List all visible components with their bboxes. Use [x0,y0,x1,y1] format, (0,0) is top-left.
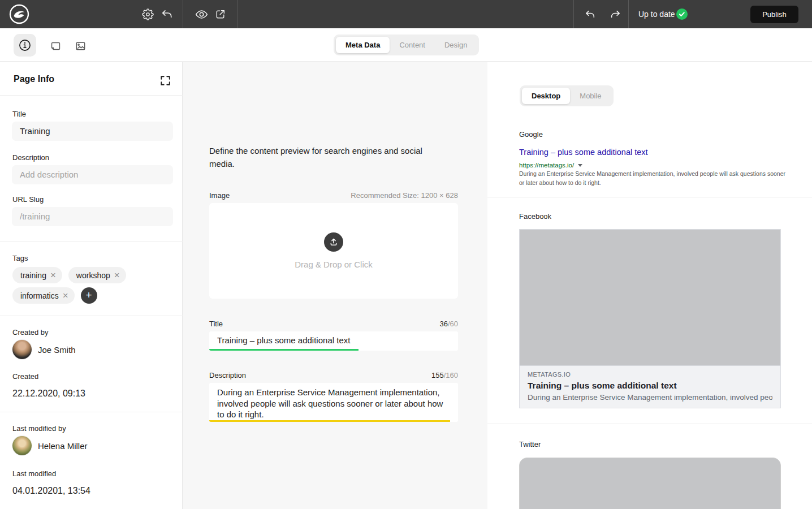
divider [0,412,183,412]
page-info-sidebar: Page Info Title Training Description Add… [0,62,183,509]
meta-title-value: Training – plus some additional text [217,335,350,345]
divider [183,0,183,28]
avatar [12,436,32,455]
caret-down-icon[interactable] [578,164,582,167]
meta-data-editor: Define the content preview for search en… [183,62,487,509]
created-by-person: Joe Smith [12,340,76,359]
main-area: Page Info Title Training Description Add… [0,62,812,509]
tag-training[interactable]: training × [12,267,62,283]
divider [237,0,237,28]
last-modified-by-person: Helena Miller [12,436,88,455]
facebook-card-footer: METATAGS.IO Training – plus some additio… [520,365,780,408]
divider [0,241,183,241]
meta-description-value: During an Enterprise Service Management … [217,387,443,419]
editor-intro-text: Define the content preview for search en… [209,144,437,171]
page-image-icon[interactable] [74,39,87,53]
publish-button[interactable]: Publish [750,6,798,23]
publish-status-text: Up to date [638,0,675,28]
last-modified-by-label: Last modified by [12,424,66,433]
add-tag-button[interactable]: + [81,287,97,304]
remove-tag-icon[interactable]: × [50,270,56,280]
meta-title-counter: 36/60 [439,320,458,328]
description-field-input[interactable]: Add description [12,165,173,184]
avatar [12,340,32,359]
facebook-section-label: Facebook [519,212,551,221]
remove-tag-icon[interactable]: × [63,291,68,300]
divider [487,197,812,197]
tab-design[interactable]: Design [435,37,477,53]
description-length-bar [209,420,450,422]
facebook-image-placeholder [520,230,780,365]
twitter-preview-card [519,458,781,509]
top-bar: Up to date Publish [0,0,812,28]
device-tab-bar: Desktop Mobile [520,85,614,106]
page-info-icon[interactable] [14,34,36,57]
created-date: 22.12.2020, 09:13 [12,389,85,399]
last-modified-by-name: Helena Miller [38,441,88,451]
tag-label: informatics [20,291,59,300]
upload-icon [324,232,343,252]
created-by-name: Joe Smith [38,345,76,355]
undo-icon[interactable] [583,7,598,21]
tag-label: workshop [76,271,110,280]
last-modified-date: 04.01.20201, 13:54 [12,486,90,496]
remove-tag-icon[interactable]: × [114,270,120,280]
meta-description-counter: 155/160 [431,371,458,379]
google-result-title[interactable]: Training – plus some additional text [519,148,648,157]
divider [0,316,183,316]
editor-toolbar: Meta Data Content Design [0,28,812,62]
fullscreen-icon[interactable] [161,75,171,85]
meta-description-label: Description [209,371,246,379]
meta-title-label: Title [209,320,223,328]
tag-informatics[interactable]: informatics × [12,287,75,304]
meta-description-input[interactable]: During an Enterprise Service Management … [209,383,458,422]
google-section-label: Google [519,130,543,139]
facebook-description: During an Enterprise Service Management … [528,393,772,402]
status-check-icon [676,8,688,20]
image-field-header: Image Recommended Size: 1200 × 628 [209,191,458,200]
restore-icon[interactable] [159,7,174,21]
facebook-preview-card: METATAGS.IO Training – plus some additio… [519,229,781,408]
tab-desktop[interactable]: Desktop [522,88,570,104]
tab-content[interactable]: Content [390,37,435,53]
settings-gear-icon[interactable] [140,7,155,21]
created-by-label: Created by [12,328,49,337]
google-result-url: https://metatags.io/ [519,162,582,169]
title-field-label: Title [12,110,26,118]
meta-description-header: Description 155/160 [209,371,458,379]
facebook-title: Training – plus some additional text [528,381,772,391]
tab-meta-data[interactable]: Meta Data [336,37,390,53]
page-properties-icon[interactable] [49,39,62,53]
title-field-input[interactable]: Training [12,122,173,141]
google-result-description: During an Enterprise Service Management … [519,170,786,187]
open-external-icon[interactable] [213,7,228,21]
tag-workshop[interactable]: workshop × [68,267,126,283]
meta-title-input[interactable]: Training – plus some additional text [209,331,458,351]
divider [573,0,574,28]
sidebar-title: Page Info [14,74,54,84]
created-label: Created [12,372,38,381]
app-window: Up to date Publish [0,0,812,509]
description-field-label: Description [12,153,49,162]
twitter-section-label: Twitter [519,440,541,448]
image-dropzone[interactable]: Drag & Drop or Click [209,203,458,299]
tags-list: training × workshop × informatics × + [12,267,178,304]
app-logo-icon[interactable] [9,4,29,24]
image-label: Image [209,191,230,200]
image-size-hint: Recommended Size: 1200 × 628 [351,191,458,200]
divider [628,0,629,28]
url-slug-field-label: URL Slug [12,195,44,204]
tag-label: training [20,271,46,280]
divider [487,424,812,424]
url-slug-field-input[interactable]: /training [12,207,173,226]
title-length-bar [209,349,359,351]
facebook-domain: METATAGS.IO [528,371,772,378]
preview-eye-icon[interactable] [194,7,209,21]
divider [0,95,183,96]
redo-icon[interactable] [608,7,623,21]
tags-label: Tags [12,254,28,262]
tab-mobile[interactable]: Mobile [570,88,611,104]
last-modified-label: Last modified [12,469,56,478]
editor-tab-bar: Meta Data Content Design [334,34,479,55]
meta-title-header: Title 36/60 [209,320,458,328]
